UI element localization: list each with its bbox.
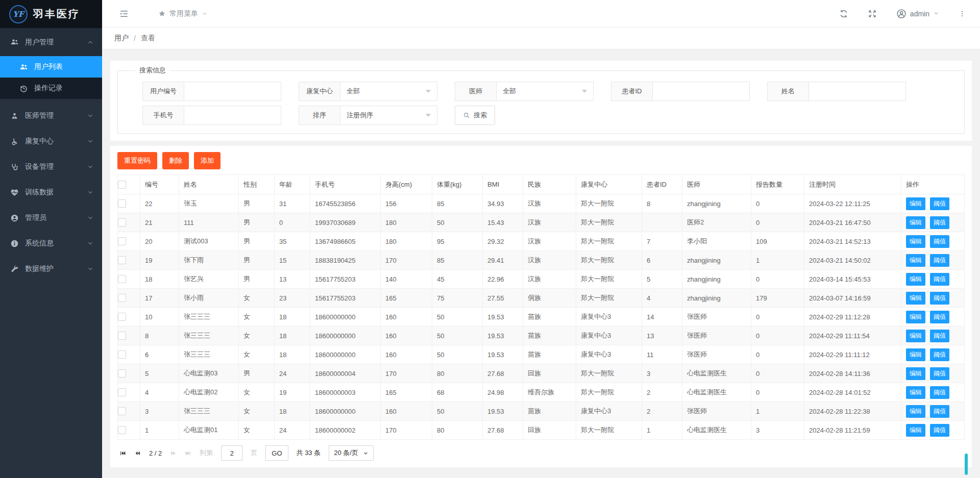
last-page-button[interactable] [185,450,191,457]
sidebar-item-data-maintenance[interactable]: 数据维护 [0,256,102,282]
delete-button[interactable]: 删除 [162,152,189,169]
row-checkbox[interactable] [118,218,126,227]
sidebar-item-label: 用户列表 [34,62,63,71]
threshold-button[interactable]: 阈值 [930,405,949,418]
user-id-input[interactable] [184,82,281,101]
row-checkbox-cell [118,251,140,270]
patient-id-input[interactable] [653,82,750,101]
sidebar-item-device-management[interactable]: 设备管理 [0,154,102,180]
edit-button[interactable]: 编辑 [906,405,925,418]
row-checkbox[interactable] [118,369,126,378]
col-header: 身高(cm) [381,175,432,194]
row-checkbox[interactable] [118,256,126,264]
row-checkbox[interactable] [118,313,126,321]
refresh-icon[interactable] [839,9,848,18]
row-checkbox[interactable] [118,294,126,302]
row-actions-cell: 编辑阈值 [901,270,965,289]
favorites-menu[interactable]: 常用菜单 [158,9,208,18]
table-cell: 男 [239,194,275,213]
threshold-button[interactable]: 阈值 [930,386,949,399]
user-menu[interactable]: admin [896,9,939,19]
threshold-button[interactable]: 阈值 [930,197,949,210]
threshold-button[interactable]: 阈值 [930,292,949,305]
first-page-button[interactable] [119,450,126,457]
threshold-button[interactable]: 阈值 [930,254,949,267]
sidebar-item-user-management[interactable]: 用户管理 [0,28,102,56]
row-checkbox[interactable] [118,332,126,340]
threshold-button[interactable]: 阈值 [930,235,949,248]
edit-button[interactable]: 编辑 [906,386,925,399]
table-cell: 80 [432,421,483,440]
threshold-button[interactable]: 阈值 [930,273,949,286]
edit-button[interactable]: 编辑 [906,216,925,229]
table-cell: 2024-03-14 15:45:53 [804,270,901,289]
table-cell: 24.98 [483,383,523,402]
search-button[interactable]: 搜索 [455,106,495,125]
table-cell: 27.68 [483,364,523,383]
add-button[interactable]: 添加 [194,152,220,169]
threshold-button[interactable]: 阈值 [930,330,949,342]
sidebar-item-doctor-management[interactable]: 医师管理 [0,103,102,129]
sidebar-item-system-info[interactable]: 系统信息 [0,231,102,256]
edit-button[interactable]: 编辑 [906,311,925,323]
go-button[interactable]: GO [265,445,288,461]
select-all-checkbox[interactable] [118,181,126,189]
table-cell: 19 [140,251,179,270]
table-cell: 苗族 [523,345,576,364]
threshold-button[interactable]: 阈值 [930,348,949,361]
table-cell: 85 [432,194,483,213]
scrollbar-thumb[interactable] [965,454,968,475]
edit-button[interactable]: 编辑 [906,367,925,380]
table-row: 10张三三三女18186000000001605019.53苗族康复中心314张… [118,308,965,326]
toolbar: 重置密码 删除 添加 [117,151,965,174]
table-cell: 2024-02-28 14:01:52 [804,383,901,402]
row-checkbox[interactable] [118,350,126,359]
threshold-button[interactable]: 阈值 [930,367,949,380]
edit-button[interactable]: 编辑 [906,330,925,342]
edit-button[interactable]: 编辑 [906,348,925,361]
row-checkbox[interactable] [118,388,126,396]
row-checkbox[interactable] [118,407,126,415]
page-size-select[interactable]: 20 条/页 [329,445,374,461]
edit-button[interactable]: 编辑 [906,292,925,305]
table-cell: 18 [275,326,310,345]
edit-button[interactable]: 编辑 [906,235,925,248]
table-cell: 18600000002 [310,421,381,440]
next-page-button[interactable] [170,450,177,457]
threshold-button[interactable]: 阈值 [930,216,949,229]
edit-button[interactable]: 编辑 [906,273,925,286]
page-indicator: 2 / 2 [149,449,162,457]
doctor-select[interactable]: 全部 [497,82,594,101]
name-input[interactable] [809,82,906,101]
row-checkbox[interactable] [118,199,126,208]
fullscreen-icon[interactable] [868,9,877,18]
row-checkbox[interactable] [118,237,126,245]
col-header: 医师 [682,175,751,194]
kebab-menu-icon[interactable] [959,10,966,18]
sidebar-item-rehab-center[interactable]: 康复中心 [0,129,102,154]
sidebar-item-administrator[interactable]: 管理员 [0,205,102,231]
threshold-button[interactable]: 阈值 [930,424,949,437]
reset-password-button[interactable]: 重置密码 [117,152,157,169]
phone-input[interactable] [184,106,281,125]
content: 搜索信息 用户编号 康复中心 全部 [102,49,980,478]
edit-button[interactable]: 编辑 [906,254,925,267]
edit-button[interactable]: 编辑 [906,197,925,210]
row-checkbox[interactable] [118,426,126,434]
sort-select[interactable]: 注册倒序 [340,106,437,125]
collapse-sidebar-icon[interactable] [119,9,129,18]
sort-label: 排序 [299,106,340,125]
page-number-input[interactable] [221,445,242,461]
sidebar-item-operation-log[interactable]: 操作记录 [0,78,102,99]
edit-button[interactable]: 编辑 [906,424,925,437]
center-select[interactable]: 全部 [340,82,437,101]
table-cell: 18600000000 [310,402,381,421]
breadcrumb-section[interactable]: 用户 [114,34,129,43]
search-fieldset: 搜索信息 用户编号 康复中心 全部 [117,66,965,134]
sidebar-item-user-list[interactable]: 用户列表 [0,56,102,78]
threshold-button[interactable]: 阈值 [930,311,949,323]
prev-page-button[interactable] [134,450,141,457]
row-checkbox[interactable] [118,275,126,283]
stethoscope-icon [10,163,19,171]
sidebar-item-training-data[interactable]: 训练数据 [0,180,102,205]
